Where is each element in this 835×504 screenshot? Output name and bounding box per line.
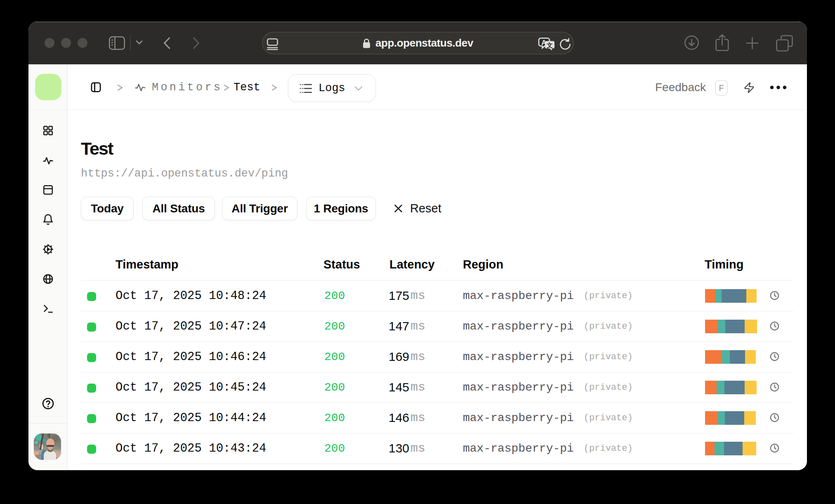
svg-text:文: 文 bbox=[546, 42, 553, 49]
